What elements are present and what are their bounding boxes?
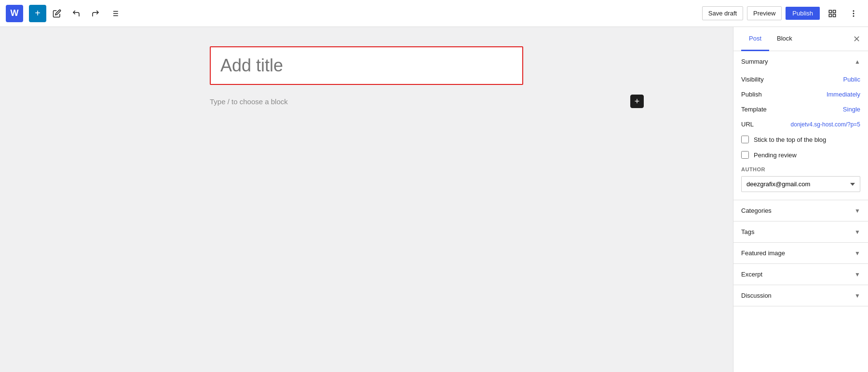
template-label: Template (741, 106, 767, 113)
excerpt-expand-icon: ▼ (854, 271, 860, 278)
pencil-icon (53, 9, 61, 18)
summary-content: Visibility Public Publish Immediately Te… (733, 72, 868, 200)
toolbar-right: Save draft Preview Publish (702, 5, 862, 22)
categories-title: Categories (741, 207, 772, 214)
template-value[interactable]: Single (843, 106, 860, 113)
sidebar: Post Block ✕ Summary ▲ Visibility Public… (733, 27, 868, 372)
svg-rect-8 (833, 14, 836, 16)
stick-top-checkbox[interactable] (741, 136, 749, 143)
list-view-button[interactable] (106, 5, 123, 22)
publish-label: Publish (741, 91, 762, 98)
svg-point-12 (853, 15, 854, 16)
undo-button[interactable] (68, 5, 85, 22)
block-placeholder: Type / to choose a block (210, 97, 288, 106)
tab-block[interactable]: Block (769, 27, 800, 51)
preview-button[interactable]: Preview (747, 6, 782, 20)
plus-icon: + (35, 8, 41, 19)
url-label: URL (741, 121, 754, 128)
toolbar-left: W + (6, 5, 700, 22)
url-row: URL donjetv4.sg-host.com/?p=5 (741, 117, 860, 132)
template-row: Template Single (741, 102, 860, 117)
title-block[interactable] (210, 46, 523, 85)
pending-review-checkbox[interactable] (741, 151, 749, 159)
tags-title: Tags (741, 228, 754, 235)
excerpt-section: Excerpt ▼ (733, 264, 868, 285)
more-options-button[interactable] (845, 5, 862, 22)
editor-content: Type / to choose a block + (210, 46, 523, 110)
wp-logo: W (6, 5, 23, 22)
excerpt-title: Excerpt (741, 271, 762, 278)
add-block-button[interactable]: + (29, 5, 46, 22)
svg-rect-9 (829, 14, 831, 16)
publish-value[interactable]: Immediately (827, 91, 860, 98)
tags-expand-icon: ▼ (854, 229, 860, 235)
excerpt-section-header[interactable]: Excerpt ▼ (733, 264, 868, 285)
categories-expand-icon: ▼ (854, 207, 860, 214)
stick-top-label: Stick to the top of the blog (754, 136, 826, 143)
svg-point-11 (853, 13, 854, 14)
stick-top-row: Stick to the top of the blog (741, 132, 860, 147)
inline-add-block-button[interactable]: + (630, 95, 644, 108)
tags-section: Tags ▼ (733, 221, 868, 243)
discussion-section-header[interactable]: Discussion ▼ (733, 285, 868, 306)
publish-button[interactable]: Publish (786, 7, 820, 20)
list-icon (110, 9, 119, 18)
categories-section: Categories ▼ (733, 200, 868, 221)
svg-rect-7 (833, 10, 836, 13)
svg-point-10 (853, 11, 854, 12)
undo-icon (72, 9, 81, 18)
tab-post[interactable]: Post (741, 27, 769, 51)
inline-plus-icon: + (635, 97, 640, 106)
visibility-label: Visibility (741, 76, 764, 83)
categories-section-header[interactable]: Categories ▼ (733, 200, 868, 221)
author-container: AUTHOR deezgrafix@gmail.com (741, 166, 860, 192)
author-label: AUTHOR (741, 166, 860, 172)
featured-image-title: Featured image (741, 249, 785, 257)
publish-row: Publish Immediately (741, 87, 860, 102)
author-select[interactable]: deezgrafix@gmail.com (741, 176, 860, 192)
visibility-row: Visibility Public (741, 72, 860, 87)
main-area: Type / to choose a block + Post Block ✕ … (0, 27, 868, 372)
save-draft-button[interactable]: Save draft (702, 6, 743, 20)
tags-section-header[interactable]: Tags ▼ (733, 221, 868, 242)
sidebar-tabs: Post Block ✕ (733, 27, 868, 51)
close-sidebar-button[interactable]: ✕ (853, 27, 860, 51)
summary-section: Summary ▲ Visibility Public Publish Imme… (733, 51, 868, 200)
settings-button[interactable] (824, 5, 841, 22)
redo-button[interactable] (87, 5, 104, 22)
add-block-area: Type / to choose a block + (210, 93, 523, 110)
discussion-title: Discussion (741, 292, 772, 299)
edit-button[interactable] (48, 5, 66, 22)
svg-rect-6 (829, 10, 831, 13)
visibility-value[interactable]: Public (843, 76, 860, 83)
featured-image-section-header[interactable]: Featured image ▼ (733, 243, 868, 263)
summary-section-header[interactable]: Summary ▲ (733, 51, 868, 72)
editor-area: Type / to choose a block + (0, 27, 733, 372)
summary-title: Summary (741, 58, 768, 65)
pending-review-row: Pending review (741, 147, 860, 163)
discussion-section: Discussion ▼ (733, 285, 868, 306)
featured-image-section: Featured image ▼ (733, 243, 868, 264)
pending-review-label: Pending review (754, 152, 797, 159)
redo-icon (91, 9, 100, 18)
title-input[interactable] (220, 55, 513, 76)
summary-collapse-icon: ▲ (854, 58, 860, 65)
toolbar: W + Sa (0, 0, 868, 27)
more-icon (849, 9, 858, 18)
close-icon: ✕ (853, 34, 860, 44)
url-value[interactable]: donjetv4.sg-host.com/?p=5 (791, 121, 860, 128)
settings-icon (828, 9, 837, 18)
featured-image-expand-icon: ▼ (854, 250, 860, 257)
discussion-expand-icon: ▼ (854, 292, 860, 299)
